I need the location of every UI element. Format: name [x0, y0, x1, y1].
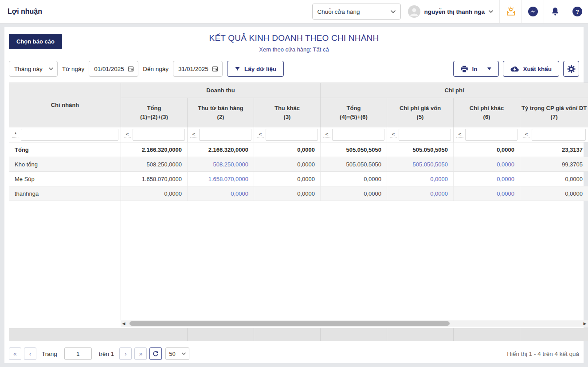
column-header-1[interactable]: Tổng(1)=(2)+(3): [121, 98, 188, 127]
filter-cell-5: ≤: [387, 127, 454, 142]
refresh-icon: [153, 351, 159, 357]
filter-cell-4: ≤: [321, 127, 387, 142]
export-button[interactable]: Xuất khẩu: [503, 61, 559, 77]
to-date-input[interactable]: 31/01/2025: [173, 61, 223, 77]
column-header-5[interactable]: Chi phí giá vốn(5): [387, 98, 454, 127]
value-link-cell[interactable]: 505.050,5050: [387, 157, 454, 172]
branch-name-cell: Mẹ Súp: [9, 172, 121, 186]
report-title: KẾT QUẢ KINH DOANH THEO CHI NHÁNH: [4, 33, 584, 43]
scroll-right-arrow-icon[interactable]: ▶: [582, 320, 588, 327]
refresh-button[interactable]: [149, 347, 162, 360]
value-link-cell[interactable]: 0,0000: [188, 186, 254, 201]
group-header-cost: Chi phí: [321, 83, 588, 98]
column-header-branch[interactable]: Chi nhánh: [9, 83, 121, 127]
filter-operator-icon[interactable]: ≤: [124, 132, 131, 138]
column-header-3[interactable]: Thu khác(3): [254, 98, 321, 127]
filter-input-2[interactable]: [199, 129, 251, 141]
filter-operator-icon[interactable]: ≤: [456, 132, 463, 138]
chevron-down-icon: [49, 67, 53, 70]
user-name: nguyễn thị thanh nga: [424, 8, 485, 15]
choose-report-button[interactable]: Chọn báo cáo: [9, 34, 62, 49]
column-label: Tỷ trọng CP giá vốn/ DT: [521, 105, 588, 111]
value-link-cell[interactable]: 508.250,0000: [188, 157, 254, 172]
value-cell: 0,0000: [454, 142, 520, 157]
notifications-button[interactable]: [544, 0, 566, 23]
filter-cell-2: ≤: [188, 127, 254, 142]
chevron-down-icon: [489, 10, 493, 13]
filter-operator-icon[interactable]: ≤: [523, 132, 530, 138]
user-menu[interactable]: nguyễn thị thanh nga: [408, 5, 494, 18]
help-button[interactable]: ?: [566, 0, 588, 23]
column-sub-label: (5): [388, 114, 453, 120]
filter-input-4[interactable]: [332, 129, 384, 141]
value-cell: 0,0000: [321, 172, 387, 186]
messenger-button[interactable]: [521, 0, 544, 23]
column-sub-label: (1)=(2)+(3): [122, 114, 187, 120]
column-header-2[interactable]: Thu từ bán hàng(2): [188, 98, 254, 127]
filter-cell-7: ≤: [520, 127, 588, 142]
column-header-6[interactable]: Chi phí khác(6): [454, 98, 520, 127]
column-sub-label: (3): [255, 114, 320, 120]
table-row: Mẹ Súp1.658.070,00001.658.070,00000,0000…: [9, 172, 588, 186]
print-button[interactable]: In: [453, 61, 499, 77]
value-link-cell[interactable]: 1.658.070,0000: [188, 172, 254, 186]
filter-toolbar: Tháng này Từ ngày 01/01/2025 Đến ngày 31…: [9, 61, 579, 77]
column-header-4[interactable]: Tổng(4)=(5)+(6): [321, 98, 387, 127]
period-select[interactable]: Tháng này: [9, 61, 58, 77]
scroll-left-arrow-icon[interactable]: ◀: [121, 320, 127, 327]
column-header-7[interactable]: Tỷ trọng CP giá vốn/ DT(7): [520, 98, 588, 127]
value-cell: 0,0000: [254, 142, 321, 157]
value-cell: 0,0000: [520, 172, 588, 186]
value-cell: 0,0000: [121, 186, 188, 201]
value-link-cell[interactable]: 0,0000: [454, 186, 520, 201]
filter-operator-icon[interactable]: *: [12, 132, 19, 138]
last-page-button[interactable]: »: [134, 347, 147, 360]
first-page-button[interactable]: «: [9, 347, 21, 360]
to-date-value: 31/01/2025: [178, 66, 208, 72]
value-cell: 0,0000: [254, 157, 321, 172]
value-link-cell[interactable]: 0,0000: [387, 172, 454, 186]
export-label: Xuất khẩu: [523, 66, 552, 72]
load-data-button[interactable]: Lấy dữ liệu: [227, 61, 284, 77]
value-cell: 0,0000: [254, 172, 321, 186]
column-label: Chi phí khác: [454, 105, 519, 111]
topbar: Lợi nhuận Chuỗi cửa hàng nguyễn thị than…: [0, 0, 588, 24]
page-number-input[interactable]: [64, 347, 92, 360]
from-date-input[interactable]: 01/01/2025: [89, 61, 138, 77]
footer-cell: [9, 328, 187, 341]
column-sub-label: (4)=(5)+(6): [321, 114, 386, 120]
store-chain-select[interactable]: Chuỗi cửa hàng: [312, 4, 401, 20]
horizontal-scrollbar[interactable]: ◀ ▶: [121, 320, 588, 327]
value-link-cell[interactable]: 0,0000: [454, 172, 520, 186]
value-cell: 1.658.070,0000: [121, 172, 188, 186]
value-link-cell[interactable]: 0,0000: [387, 186, 454, 201]
from-date-value: 01/01/2025: [94, 66, 124, 72]
grid-settings-button[interactable]: [563, 61, 579, 77]
value-cell: 2.166.320,0000: [121, 142, 188, 157]
scrollbar-thumb[interactable]: [129, 321, 450, 326]
next-page-button[interactable]: ›: [119, 347, 132, 360]
value-link-cell[interactable]: 0,0000: [454, 157, 520, 172]
whats-new-button[interactable]: [499, 0, 521, 23]
prev-page-button[interactable]: ‹: [24, 347, 36, 360]
filter-input-5[interactable]: [399, 129, 451, 141]
filter-operator-icon[interactable]: ≤: [323, 132, 330, 138]
filter-operator-icon[interactable]: ≤: [257, 132, 264, 138]
filter-input-3[interactable]: [266, 129, 318, 141]
filter-operator-icon[interactable]: ≤: [390, 132, 397, 138]
filter-operator-icon[interactable]: ≤: [190, 132, 197, 138]
page-size-value: 50: [169, 351, 175, 357]
column-label: Chi phí giá vốn: [388, 105, 453, 111]
filter-input-0[interactable]: [21, 129, 118, 141]
filter-input-7[interactable]: [532, 129, 586, 141]
page-of-label: trên 1: [99, 351, 114, 357]
page-size-select[interactable]: 50: [165, 347, 189, 360]
messenger-icon: [528, 7, 538, 16]
filter-cell-6: ≤: [454, 127, 520, 142]
value-cell: 2.166.320,0000: [188, 142, 254, 157]
filter-input-6[interactable]: [465, 129, 517, 141]
table-row: Tổng2.166.320,00002.166.320,00000,000050…: [9, 142, 588, 157]
value-cell: 505.050,5050: [387, 142, 454, 157]
filter-input-1[interactable]: [133, 129, 185, 141]
filter-cell-3: ≤: [254, 127, 321, 142]
